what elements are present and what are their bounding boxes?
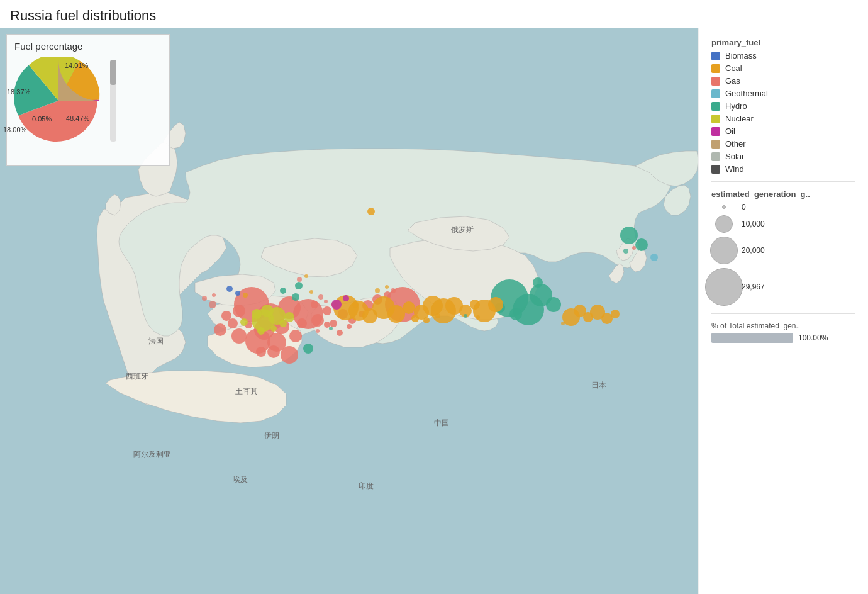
legend-panel: primary_fuel Biomass Coal Gas Geothermal…: [698, 28, 868, 594]
legend-color-coal: [711, 64, 720, 73]
svg-point-88: [324, 300, 328, 303]
size-circle-wrap: [711, 205, 737, 209]
svg-point-87: [309, 290, 313, 294]
svg-point-42: [533, 277, 543, 288]
svg-point-72: [352, 301, 359, 308]
svg-point-94: [209, 301, 216, 308]
legend-color-nuclear: [711, 115, 720, 123]
svg-point-13: [256, 347, 266, 357]
size-legend-item: 0: [711, 203, 855, 211]
legend-item-solar[interactable]: Solar: [711, 152, 855, 161]
svg-point-71: [423, 317, 430, 323]
legend-label-solar: Solar: [725, 152, 744, 161]
svg-point-43: [295, 282, 303, 289]
svg-point-15: [311, 314, 324, 327]
svg-point-46: [303, 344, 313, 354]
svg-point-14: [311, 301, 318, 308]
legend-label-gas: Gas: [725, 76, 740, 86]
legend-item-gas[interactable]: Gas: [711, 76, 855, 86]
svg-point-98: [385, 285, 389, 289]
primary-fuel-legend-title: primary_fuel: [711, 38, 855, 47]
svg-point-79: [611, 310, 620, 318]
svg-point-101: [464, 314, 467, 318]
legend-label-wind: Wind: [725, 164, 744, 174]
pct-label-hydro: 18.00%: [3, 126, 26, 133]
legend-color-solar: [711, 152, 720, 161]
svg-point-31: [337, 330, 343, 336]
svg-point-92: [304, 274, 308, 278]
pct-label-coal: 14.01%: [65, 62, 88, 69]
size-circle-wrap: [711, 237, 737, 264]
size-circle-wrap: [711, 215, 737, 233]
svg-text:土耳其: 土耳其: [235, 387, 258, 396]
legend-color-oil: [711, 127, 720, 136]
svg-point-100: [435, 313, 440, 318]
size-circle-wrap: [711, 268, 737, 306]
legend-color-gas: [711, 77, 720, 86]
svg-point-95: [202, 296, 207, 301]
svg-point-60: [387, 305, 405, 323]
svg-point-32: [347, 324, 352, 329]
svg-point-70: [411, 315, 419, 322]
size-label: 29,967: [742, 283, 765, 291]
pct-label-nuclear: 18.37%: [7, 88, 30, 96]
svg-point-93: [243, 293, 248, 298]
svg-text:伊朗: 伊朗: [264, 431, 279, 440]
fuel-widget-title: Fuel percentage: [14, 41, 162, 52]
svg-point-50: [252, 309, 262, 319]
svg-point-99: [391, 288, 396, 293]
legend-item-other[interactable]: Other: [711, 139, 855, 148]
svg-point-51: [279, 320, 287, 327]
svg-point-44: [280, 288, 286, 294]
svg-point-90: [329, 327, 333, 330]
svg-point-104: [623, 249, 628, 254]
svg-point-85: [235, 291, 240, 296]
legend-label-nuclear: Nuclear: [725, 114, 754, 123]
legend-item-biomass[interactable]: Biomass: [711, 51, 855, 60]
pct-bar-title: % of Total estimated_gen..: [711, 322, 855, 330]
size-circle: [710, 237, 738, 264]
svg-point-41: [635, 238, 648, 251]
svg-point-91: [297, 277, 302, 282]
legend-color-hydro: [711, 102, 720, 111]
svg-point-9: [289, 330, 302, 342]
legend-item-hydro[interactable]: Hydro: [711, 101, 855, 111]
legend-item-nuclear[interactable]: Nuclear: [711, 114, 855, 123]
legend-item-coal[interactable]: Coal: [711, 64, 855, 73]
svg-point-96: [212, 293, 216, 297]
fuel-widget: Fuel percentage: [6, 34, 170, 166]
size-legend-item: 29,967: [711, 268, 855, 306]
svg-point-69: [488, 297, 503, 312]
svg-text:阿尔及利亚: 阿尔及利亚: [133, 450, 171, 459]
legend-color-other: [711, 140, 720, 148]
scrollbar-thumb[interactable]: [110, 60, 116, 85]
size-legend: 0 10,000 20,000 29,967: [711, 203, 855, 306]
legend-item-geothermal[interactable]: Geothermal: [711, 89, 855, 98]
svg-text:中国: 中国: [434, 418, 449, 427]
size-legend-title: estimated_generation_g..: [711, 189, 855, 199]
pct-bar-section: % of Total estimated_gen.. 100.00%: [711, 322, 855, 343]
svg-point-38: [509, 308, 522, 320]
svg-point-29: [214, 323, 226, 336]
legend-label-biomass: Biomass: [725, 51, 757, 60]
svg-point-55: [257, 327, 265, 335]
legend-label-hydro: Hydro: [725, 101, 747, 111]
legend-item-wind[interactable]: Wind: [711, 164, 855, 174]
size-label: 0: [742, 203, 746, 211]
pct-bar: [711, 333, 793, 343]
svg-text:俄罗斯: 俄罗斯: [451, 225, 474, 234]
legend-color-geothermal: [711, 89, 720, 98]
svg-point-49: [261, 305, 274, 317]
svg-point-81: [331, 300, 342, 310]
svg-point-84: [226, 286, 233, 292]
scrollbar[interactable]: [110, 60, 116, 142]
svg-point-86: [318, 294, 323, 300]
legend-color-biomass: [711, 52, 720, 60]
pct-label-gas: 48.47%: [66, 115, 89, 122]
svg-point-89: [316, 329, 320, 333]
legend-label-geothermal: Geothermal: [725, 89, 768, 98]
size-legend-item: 20,000: [711, 237, 855, 264]
svg-point-17: [330, 320, 337, 327]
legend-item-oil[interactable]: Oil: [711, 126, 855, 136]
legend-items: Biomass Coal Gas Geothermal Hydro Nuclea…: [711, 51, 855, 174]
